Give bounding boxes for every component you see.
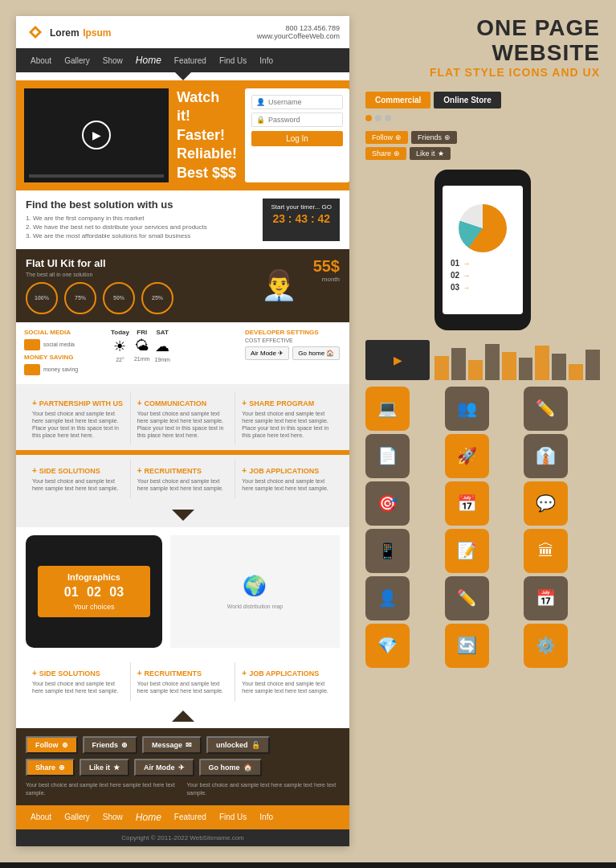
password-input[interactable] — [268, 116, 338, 124]
social-media-text: social media — [43, 342, 75, 347]
infographics-numbers: 01 02 03 — [44, 585, 144, 600]
social-text-col-2: Your best choice and sample text here sa… — [187, 781, 341, 797]
message-button[interactable]: Message ✉ — [142, 736, 202, 754]
follow-row-2: Share ⊕ Like it ★ — [365, 147, 600, 160]
map-text: World distribution map — [227, 603, 284, 611]
nav-info[interactable]: Info — [253, 50, 279, 72]
bottom-nav-show[interactable]: Show — [96, 806, 129, 828]
nav-about[interactable]: About — [24, 50, 58, 72]
hero-text: Watch it! Faster! Reliable! Best $$$ — [177, 88, 237, 182]
video-placeholder: ▶ — [24, 88, 169, 182]
nav-gallery[interactable]: Gallery — [58, 50, 96, 72]
follow-row-1: Follow ⊕ Friends ⊕ — [365, 131, 600, 144]
fri-icon: 🌤 — [134, 338, 149, 354]
right-like-button[interactable]: Like it ★ — [410, 147, 451, 160]
infographics-title: Infographics — [44, 572, 144, 582]
icon-cell-5: 🚀 — [445, 434, 489, 478]
bar-6 — [519, 358, 533, 380]
kit-circle-2: 75% — [64, 282, 96, 314]
kit-sub: The best all in one solution — [26, 272, 253, 277]
commercial-button[interactable]: Commercial — [365, 92, 430, 108]
bottom-nav-gallery[interactable]: Gallery — [58, 806, 96, 828]
social-media-icon — [24, 339, 40, 350]
feature-jobs: +JOB APPLICATIONS Your best choice and s… — [235, 460, 340, 498]
nav-featured[interactable]: Featured — [168, 50, 213, 72]
features-row-1: +PARTNERSHIP WITH US Your best choice an… — [26, 392, 340, 445]
bar-10 — [585, 350, 600, 380]
right-title: ONE PAGE WEBSITE FLAT STYLE ICONS AND UX — [365, 16, 600, 79]
follow-button[interactable]: Follow ⊕ — [26, 736, 78, 754]
phone-list-item-2: 02 → — [451, 271, 515, 280]
nav-findus[interactable]: Find Us — [213, 50, 253, 72]
nav-home[interactable]: Home — [129, 48, 168, 72]
icon-cell-11: 📝 — [445, 529, 489, 573]
unlocked-button[interactable]: unlocked 🔓 — [206, 736, 270, 754]
logo-normal: Lorem — [50, 27, 80, 39]
bar-7 — [535, 346, 549, 380]
store-dots — [365, 115, 600, 121]
like-button[interactable]: Like it ★ — [80, 759, 129, 776]
icon-cell-7: 🎯 — [365, 481, 410, 526]
bottom-bar: VectorStock® VectorStock.com/5447835 — [0, 862, 616, 868]
store-buttons: Commercial Online Store — [365, 92, 600, 108]
right-friends-button[interactable]: Friends ⊕ — [411, 131, 457, 144]
feature-partnership: +PARTNERSHIP WITH US Your best choice an… — [26, 392, 131, 445]
feature-side: +SIDE SOLUTIONS Your best choice and sam… — [26, 460, 131, 498]
weather-buttons: Air Mode ✈ Go home 🏠 — [245, 346, 341, 360]
solutions-point1: 1. We are the first company in this mark… — [26, 214, 255, 223]
pie-chart — [459, 204, 507, 252]
phone-section: 01 → 02 → 03 → — [365, 170, 600, 330]
kit-figure: 👨‍💼 — [261, 257, 297, 314]
bottom-nav-info[interactable]: Info — [253, 806, 279, 828]
section-arrow-2 — [16, 707, 349, 728]
icon-cell-12: 🏛 — [524, 529, 568, 573]
develop-label: DEVELOPER SETTINGS — [245, 329, 341, 336]
bottom-feature-recruit: +RECRUITMENTS Your best choice and sampl… — [131, 662, 236, 701]
share-button[interactable]: Share ⊕ — [26, 759, 75, 776]
friends-button[interactable]: Friends ⊕ — [83, 736, 138, 754]
bottom-feature-jobs: +JOB APPLICATIONS Your best choice and s… — [235, 662, 340, 701]
go-home-button[interactable]: Go home 🏠 — [292, 346, 340, 360]
money-saving-label: MONEY SAVING — [24, 354, 104, 361]
bottom-feature-side: +SIDE SOLUTIONS Your best choice and sam… — [26, 662, 131, 701]
solutions-point2: 2. We have the best net to distribute yo… — [26, 223, 255, 231]
play-button[interactable]: ▶ — [82, 121, 111, 149]
username-input[interactable] — [268, 98, 338, 106]
weather-left: SOCIAL MEDIA social media MONEY SAVING m… — [24, 329, 104, 378]
bottom-nav-about[interactable]: About — [24, 806, 58, 828]
air-mode-button[interactable]: Air Mode ✈ — [245, 346, 289, 360]
kit-circle-1: 100% — [26, 282, 58, 314]
website-url: www.yourCoffeeWeb.com — [257, 32, 340, 40]
solutions-heading: Find the best solution with us — [26, 199, 255, 211]
gohome-button[interactable]: Go home 🏠 — [199, 759, 262, 776]
kit-circles: 100% 75% 50% 25% — [26, 282, 253, 314]
icon-cell-3: ✏️ — [524, 387, 568, 431]
login-form: 👤 🔒 Log In — [245, 88, 349, 182]
map-icon: 🌍 — [227, 572, 284, 600]
icon-cell-1: 💻 — [365, 387, 410, 431]
right-title-h1: ONE PAGE WEBSITE — [365, 16, 600, 66]
right-share-button[interactable]: Share ⊕ — [365, 147, 406, 160]
hero-line4: Best $$$ — [177, 165, 236, 181]
video-bar-section: ▶ — [365, 340, 600, 380]
weather-today: Today ☀ 22° — [111, 329, 129, 378]
weather-fri: FRI 🌤 21mm — [134, 329, 149, 378]
timer-digits: 23 : 43 : 42 — [271, 212, 332, 225]
phone-list-item-1: 01 → — [451, 259, 515, 268]
bottom-nav-featured[interactable]: Featured — [168, 806, 213, 828]
site-nav: About Gallery Show Home Featured Find Us… — [16, 48, 349, 72]
online-store-button[interactable]: Online Store — [434, 92, 500, 108]
bottom-nav-home[interactable]: Home — [129, 805, 168, 829]
tablet-mockup: Infographics 01 02 03 Your choices — [26, 535, 162, 648]
nav-show[interactable]: Show — [96, 50, 129, 72]
right-follow-button[interactable]: Follow ⊕ — [365, 131, 408, 144]
icon-cell-18: ⚙️ — [524, 624, 568, 668]
right-title-h2: FLAT STYLE ICONS AND UX — [365, 66, 600, 79]
bottom-nav: About Gallery Show Home Featured Find Us… — [16, 805, 349, 829]
bottom-nav-findus[interactable]: Find Us — [213, 806, 253, 828]
dot-3 — [385, 115, 391, 121]
airmode-button[interactable]: Air Mode ✈ — [134, 759, 194, 776]
icon-cell-6: 👔 — [524, 434, 568, 478]
login-button[interactable]: Log In — [251, 131, 343, 146]
up-arrow-dark — [172, 710, 194, 722]
